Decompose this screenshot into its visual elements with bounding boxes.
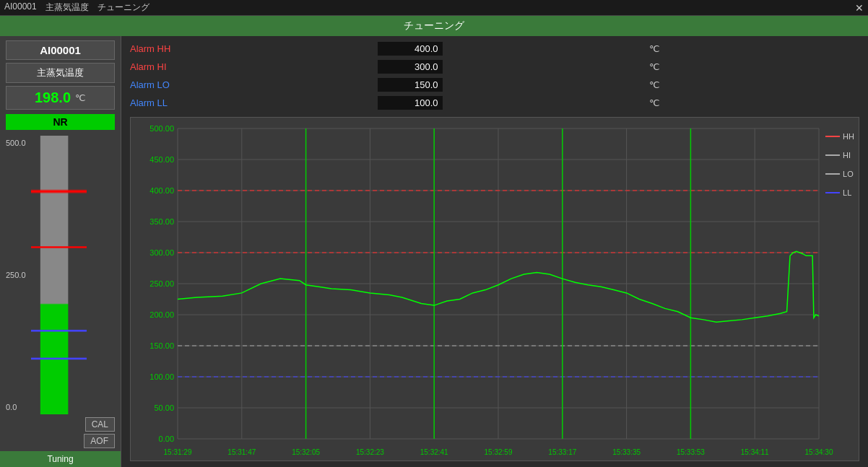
title-bar: AI00001 主蒸気温度 チューニング ✕ xyxy=(0,0,868,16)
alarm-label-lo: Alarm LO xyxy=(130,79,370,90)
gauge-labels: 500.0 250.0 0.0 xyxy=(6,136,31,414)
alarm-unit-hh: ℃ xyxy=(649,43,859,54)
legend-hh-line xyxy=(825,136,840,137)
alarm-settings: Alarm HH℃Alarm HI℃Alarm LO℃Alarm LL℃ xyxy=(130,42,859,110)
cal-button[interactable]: CAL xyxy=(85,417,115,432)
left-panel: AI00001 主蒸気温度 198.0 ℃ NR 500.0 250.0 0.0… xyxy=(0,36,121,467)
bottom-label: Tuning xyxy=(0,451,121,467)
header-title: チューニング xyxy=(404,19,464,32)
legend-lo: LO xyxy=(825,170,854,178)
alarm-input-lo[interactable] xyxy=(378,78,443,92)
alarm-unit-lo: ℃ xyxy=(649,79,859,90)
legend-ll-line xyxy=(825,192,840,193)
legend-hi: HI xyxy=(825,151,854,160)
app-header: チューニング xyxy=(0,16,868,36)
title-menu2[interactable]: チューニング xyxy=(97,1,149,14)
right-panel: Alarm HH℃Alarm HI℃Alarm LO℃Alarm LL℃ HH … xyxy=(121,36,868,467)
legend-hh-label: HH xyxy=(843,132,854,141)
gauge-canvas xyxy=(31,136,87,414)
legend-lo-label: LO xyxy=(843,170,854,178)
close-icon[interactable]: ✕ xyxy=(855,2,864,14)
main-layout: AI00001 主蒸気温度 198.0 ℃ NR 500.0 250.0 0.0… xyxy=(0,36,868,467)
gauge-area: 500.0 250.0 0.0 xyxy=(0,133,121,417)
title-bar-left: AI00001 主蒸気温度 チューニング xyxy=(4,1,855,14)
chart-legend: HH HI LO LL xyxy=(825,132,854,197)
aof-button[interactable]: AOF xyxy=(84,434,115,448)
alarm-input-hi[interactable] xyxy=(378,60,443,74)
tag-value-box: 198.0 ℃ xyxy=(6,86,115,110)
tag-unit: ℃ xyxy=(75,92,86,103)
alarm-unit-ll: ℃ xyxy=(649,97,859,108)
gauge-label-max: 500.0 xyxy=(6,139,31,147)
alarm-input-ll[interactable] xyxy=(378,96,443,110)
alarm-label-ll: Alarm LL xyxy=(130,97,370,108)
alarm-input-hh[interactable] xyxy=(378,42,443,56)
alarm-unit-hi: ℃ xyxy=(649,61,859,72)
title-menu1[interactable]: 主蒸気温度 xyxy=(45,1,89,14)
alarm-label-hh: Alarm HH xyxy=(130,43,370,54)
status-box: NR xyxy=(6,114,115,130)
tag-desc: 主蒸気温度 xyxy=(6,63,115,83)
legend-hh: HH xyxy=(825,132,854,141)
legend-lo-line xyxy=(825,173,840,175)
gauge-label-mid: 250.0 xyxy=(6,271,31,279)
legend-hi-line xyxy=(825,154,840,156)
legend-ll: LL xyxy=(825,188,854,197)
chart-canvas xyxy=(131,118,859,461)
tag-value: 198.0 xyxy=(35,90,71,106)
chart-container: HH HI LO LL xyxy=(130,117,859,461)
gauge-label-min: 0.0 xyxy=(6,403,31,411)
alarm-label-hi: Alarm HI xyxy=(130,61,370,72)
tag-id: AI00001 xyxy=(6,40,115,60)
legend-ll-label: LL xyxy=(843,188,851,197)
legend-hi-label: HI xyxy=(843,151,851,160)
bottom-buttons: CAL AOF xyxy=(0,417,121,451)
title-app: AI00001 xyxy=(4,1,37,14)
